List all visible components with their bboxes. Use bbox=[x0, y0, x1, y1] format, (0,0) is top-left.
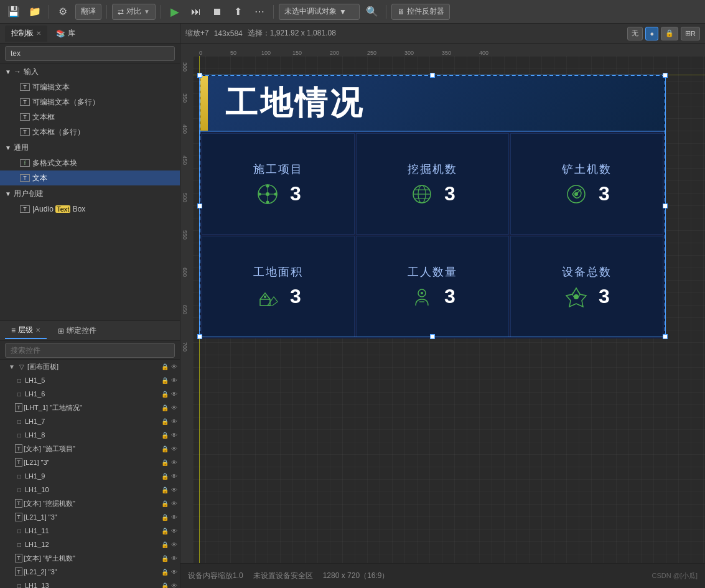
layer-item-lh1-7[interactable]: □ LH1_7 🔒 👁 bbox=[0, 414, 180, 428]
step-button[interactable]: ⏭ bbox=[187, 3, 205, 21]
translate-button[interactable]: 翻译 bbox=[75, 4, 101, 20]
canvas-controls: 无 ● 🔒 ⊞ R bbox=[627, 27, 700, 40]
layer-item-l21-1-3[interactable]: T [L21_1] "3" 🔒 👁 bbox=[0, 510, 180, 524]
lock-icon-lh13[interactable]: 🔒 bbox=[161, 582, 169, 589]
eye-icon-chantuji[interactable]: 👁 bbox=[171, 555, 177, 562]
eye-icon-lh9[interactable]: 👁 bbox=[171, 473, 177, 480]
layer-box-icon: □ bbox=[15, 377, 24, 384]
lock-button[interactable]: 🔒 bbox=[661, 27, 678, 40]
card-value-4: 3 bbox=[290, 285, 301, 308]
play-button[interactable]: ▶ bbox=[166, 3, 184, 21]
layer-item-l21-3[interactable]: T [L21] "3" 🔒 👁 bbox=[0, 455, 180, 469]
layer-actions-l21-1: 🔒 👁 bbox=[161, 514, 177, 521]
tree-item-textbox[interactable]: T 文本框 bbox=[0, 110, 180, 124]
layer-item-text-shigong[interactable]: T [文本] "施工项目" 🔒 👁 bbox=[0, 442, 180, 455]
lock-icon-lh9[interactable]: 🔒 bbox=[161, 473, 169, 480]
tab-bind-controls[interactable]: ⊞ 绑定控件 bbox=[52, 323, 103, 339]
eye-icon-lht1[interactable]: 👁 bbox=[171, 404, 177, 411]
ruler-tick-100: 100 bbox=[261, 50, 271, 56]
close-layers-tab[interactable]: ✕ bbox=[35, 327, 40, 334]
eye-icon-lh10[interactable]: 👁 bbox=[171, 487, 177, 493]
eye-icon-l21-2[interactable]: 👁 bbox=[171, 569, 177, 576]
input-section-header[interactable]: ▼ → 输入 bbox=[0, 63, 180, 80]
user-section-header[interactable]: ▼ 用户创建 bbox=[0, 185, 180, 202]
reflect-button[interactable]: 🖥 控件反射器 bbox=[391, 4, 450, 20]
eye-icon-lh5[interactable]: 👁 bbox=[171, 377, 177, 384]
tab-library[interactable]: 📚 库 bbox=[50, 26, 82, 42]
lock-icon-shigong[interactable]: 🔒 bbox=[161, 446, 169, 452]
upload-button[interactable]: ⬆ bbox=[230, 3, 247, 21]
lock-icon-lh8[interactable]: 🔒 bbox=[161, 432, 169, 439]
tree-item-editable-text-multi[interactable]: T 可编辑文本（多行） bbox=[0, 95, 180, 110]
eye-icon-wajueji[interactable]: 👁 bbox=[171, 500, 177, 507]
close-panel-tab[interactable]: ✕ bbox=[36, 30, 41, 37]
debug-target-dropdown[interactable]: 未选中调试对象 ▼ bbox=[279, 4, 360, 20]
eye-icon-lh12[interactable]: 👁 bbox=[171, 541, 177, 548]
no-button[interactable]: 无 bbox=[627, 27, 643, 40]
tree-item-textbox-multi[interactable]: T 文本框（多行） bbox=[0, 124, 180, 139]
lock-icon-l21[interactable]: 🔒 bbox=[161, 459, 169, 466]
tree-item-text[interactable]: T 文本 bbox=[0, 170, 180, 185]
eye-icon-lh8[interactable]: 👁 bbox=[171, 432, 177, 439]
eye-icon-l21-1[interactable]: 👁 bbox=[171, 514, 177, 521]
lock-icon-lh5[interactable]: 🔒 bbox=[161, 377, 169, 384]
lock-icon-l21-1[interactable]: 🔒 bbox=[161, 514, 169, 521]
card-icon-1 bbox=[255, 182, 280, 207]
tab-layers[interactable]: ≡ 层级 ✕ bbox=[5, 323, 47, 339]
lock-icon-lh7[interactable]: 🔒 bbox=[161, 418, 169, 425]
layer-item-lht1[interactable]: T [LHT_1] "工地情况" 🔒 👁 bbox=[0, 401, 180, 414]
ruler-tick-v-350: 350 bbox=[182, 93, 188, 103]
card-row-1: 3 bbox=[255, 182, 301, 207]
eye-icon-shigong[interactable]: 👁 bbox=[171, 446, 177, 452]
lock-icon-chantuji[interactable]: 🔒 bbox=[161, 555, 169, 562]
lock-icon-l21-2[interactable]: 🔒 bbox=[161, 569, 169, 576]
layer-item-lh1-11[interactable]: □ LH1_11 🔒 👁 bbox=[0, 524, 180, 538]
layer-item-lh1-13[interactable]: □ LH1_13 🔒 👁 bbox=[0, 579, 180, 588]
layer-item-canvas-panel[interactable]: ▼ ▽ [画布面板] 🔒 👁 bbox=[0, 360, 180, 373]
layer-item-lh1-5[interactable]: □ LH1_5 🔒 👁 bbox=[0, 373, 180, 387]
tree-item-richtext[interactable]: f 多格式文本块 bbox=[0, 156, 180, 170]
search-input[interactable] bbox=[5, 46, 175, 61]
layer-item-text-chantuji[interactable]: T [文本] "铲土机数" 🔒 👁 bbox=[0, 551, 180, 565]
eye-icon-lh7[interactable]: 👁 bbox=[171, 418, 177, 425]
stop-button[interactable]: ⏹ bbox=[208, 3, 226, 21]
layer-item-text-wajueji[interactable]: T [文本] "挖掘机数" 🔒 👁 bbox=[0, 497, 180, 510]
canvas-viewport[interactable]: 0 50 100 150 200 250 300 350 400 300 350… bbox=[180, 44, 705, 588]
eye-icon[interactable]: 👁 bbox=[171, 363, 177, 370]
ruler-tick-50: 50 bbox=[230, 50, 236, 56]
layer-item-lh1-9[interactable]: □ LH1_9 🔒 👁 bbox=[0, 469, 180, 483]
compare-button[interactable]: ⇄ 对比 ▼ bbox=[112, 4, 156, 20]
layer-item-lh1-12[interactable]: □ LH1_12 🔒 👁 bbox=[0, 538, 180, 551]
layer-item-l21-2-3[interactable]: T [L21_2] "3" 🔒 👁 bbox=[0, 565, 180, 579]
dc-card-gongdi: 工地面积 3 bbox=[202, 236, 355, 337]
layer-item-lh1-10[interactable]: □ LH1_10 🔒 👁 bbox=[0, 483, 180, 497]
status-bar: 设备内容缩放1.0 未设置设备安全区 1280 x 720（16:9） CSDN… bbox=[180, 563, 705, 588]
tab-control-panel[interactable]: 控制板 ✕ bbox=[5, 26, 47, 42]
eye-icon-lh6[interactable]: 👁 bbox=[171, 391, 177, 398]
general-section-header[interactable]: ▼ 通用 bbox=[0, 139, 180, 156]
mode-button[interactable]: ● bbox=[645, 27, 658, 40]
save-icon[interactable]: 💾 bbox=[5, 3, 22, 21]
layer-box-icon-3: □ bbox=[15, 418, 24, 425]
lock-icon[interactable]: 🔒 bbox=[161, 363, 169, 370]
layer-item-lh1-6[interactable]: □ LH1_6 🔒 👁 bbox=[0, 387, 180, 401]
tree-item-editable-text[interactable]: T 可编辑文本 bbox=[0, 80, 180, 95]
eye-icon-l21[interactable]: 👁 bbox=[171, 459, 177, 466]
eye-icon-lh11[interactable]: 👁 bbox=[171, 528, 177, 534]
lock-icon-lh6[interactable]: 🔒 bbox=[161, 391, 169, 398]
lock-icon-wajueji[interactable]: 🔒 bbox=[161, 500, 169, 507]
lock-icon-lh10[interactable]: 🔒 bbox=[161, 487, 169, 493]
settings-icon[interactable]: ⚙ bbox=[54, 3, 72, 21]
eye-icon-lh13[interactable]: 👁 bbox=[171, 582, 177, 589]
layer-item-lh1-8[interactable]: □ LH1_8 🔒 👁 bbox=[0, 428, 180, 442]
tree-item-audio-textbox[interactable]: T |Audio Text Box bbox=[0, 202, 180, 217]
lock-icon-lh12[interactable]: 🔒 bbox=[161, 541, 169, 548]
lock-icon-lht1[interactable]: 🔒 bbox=[161, 404, 169, 411]
debug-icon[interactable]: 🔍 bbox=[363, 3, 381, 21]
layer-actions-lh6: 🔒 👁 bbox=[161, 391, 177, 398]
layer-search-input[interactable] bbox=[5, 343, 175, 358]
more-button[interactable]: ⋯ bbox=[251, 3, 268, 21]
lock-icon-lh11[interactable]: 🔒 bbox=[161, 528, 169, 534]
file-icon[interactable]: 📁 bbox=[26, 3, 44, 21]
r-button[interactable]: ⊞ R bbox=[681, 27, 700, 40]
